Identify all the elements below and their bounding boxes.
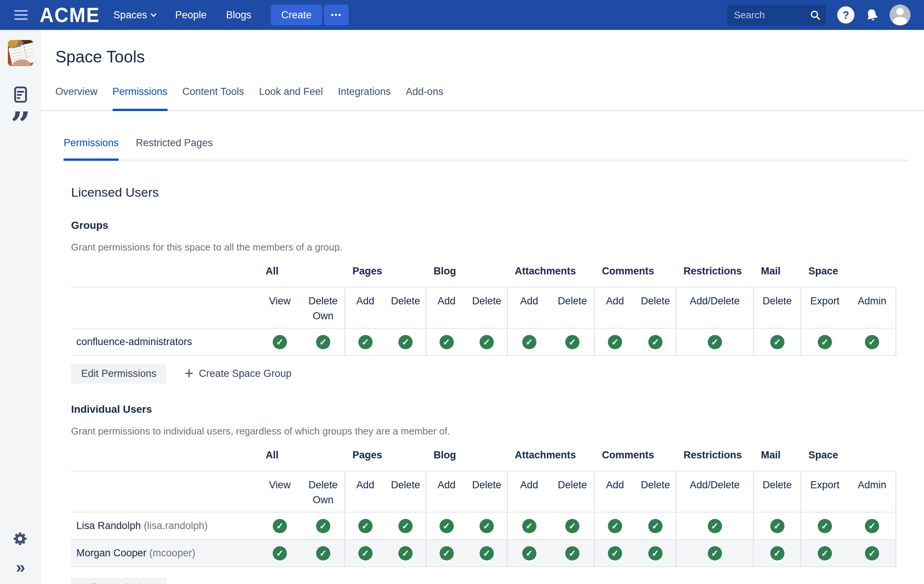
edit-group-permissions-button[interactable]: Edit Permissions	[71, 364, 167, 383]
column-header: Add	[594, 287, 635, 328]
search-icon	[810, 9, 821, 21]
column-group-header: Space	[801, 265, 896, 287]
column-header: Add	[345, 471, 385, 512]
individual-users-description: Grant permissions to individual users, r…	[71, 426, 924, 437]
column-group-header: Comments	[594, 265, 676, 287]
column-header: Delete Own	[302, 287, 345, 328]
permission-granted-icon: ✓	[770, 546, 784, 561]
menu-icon[interactable]	[14, 10, 28, 20]
brand-logo[interactable]: ACME	[40, 3, 100, 27]
permission-granted-icon: ✓	[398, 519, 412, 533]
pages-icon[interactable]	[0, 86, 41, 103]
column-group-header: Restrictions	[676, 449, 753, 471]
permission-granted-icon: ✓	[480, 546, 494, 561]
permission-granted-icon: ✓	[565, 546, 579, 561]
tab-add-ons[interactable]: Add-ons	[406, 86, 443, 110]
column-header: Add	[426, 287, 467, 328]
column-header: Delete	[467, 287, 507, 328]
groups-heading: Groups	[71, 219, 924, 232]
search-box[interactable]	[727, 5, 826, 25]
column-group-header: Mail	[753, 265, 801, 287]
help-icon[interactable]: ?	[837, 7, 855, 23]
topnav-item-spaces[interactable]: Spaces	[113, 9, 156, 21]
row-username: (lisa.randolph)	[141, 520, 208, 531]
column-group-header: Space	[801, 449, 896, 471]
column-header: Export	[801, 471, 848, 512]
permission-granted-icon: ✓	[818, 546, 832, 561]
column-group-header: Mail	[753, 449, 801, 471]
avatar[interactable]	[889, 5, 911, 25]
permission-granted-icon: ✓	[608, 335, 622, 349]
column-group-header: Attachments	[507, 265, 594, 287]
edit-user-permissions-button[interactable]: Edit Permissions	[71, 577, 167, 584]
row-username: (mcooper)	[147, 547, 196, 559]
column-header: Add/Delete	[676, 287, 753, 328]
permission-granted-icon: ✓	[648, 546, 663, 561]
permission-granted-icon: ✓	[398, 546, 412, 561]
tab-integrations[interactable]: Integrations	[338, 86, 391, 110]
permission-granted-icon: ✓	[440, 519, 454, 533]
permission-granted-icon: ✓	[708, 546, 722, 561]
permission-granted-icon: ✓	[440, 546, 454, 561]
top-nav: SpacesPeopleBlogs	[113, 9, 251, 21]
create-button[interactable]: Create	[271, 5, 322, 25]
row-label: Morgan Cooper (mcooper)	[71, 540, 258, 567]
more-button[interactable]: •••	[324, 5, 349, 25]
tab-permissions[interactable]: Permissions	[112, 86, 168, 111]
permission-granted-icon: ✓	[648, 519, 663, 533]
column-header: Admin	[848, 287, 896, 328]
column-header: Delete	[385, 287, 426, 328]
individual-users-heading: Individual Users	[71, 403, 924, 416]
search-input[interactable]	[734, 9, 810, 21]
column-header: Add	[507, 287, 551, 328]
column-header: Delete	[753, 471, 801, 512]
plus-icon: +	[185, 366, 194, 382]
subtab-permissions[interactable]: Permissions	[64, 137, 119, 161]
column-group-header: Attachments	[507, 449, 594, 471]
column-header: Delete	[635, 287, 676, 328]
permission-granted-icon: ✓	[770, 335, 784, 349]
subtab-restricted-pages[interactable]: Restricted Pages	[136, 137, 213, 160]
table-row: Lisa Randolph (lisa.randolph)✓✓✓✓✓✓✓✓✓✓✓…	[71, 512, 896, 540]
tab-overview[interactable]: Overview	[55, 86, 97, 110]
bell-icon[interactable]	[863, 7, 880, 23]
expand-icon[interactable]: »	[0, 559, 41, 576]
tab-content-tools[interactable]: Content Tools	[183, 86, 244, 110]
column-group-header: All	[258, 265, 345, 287]
column-group-header: Pages	[345, 265, 426, 287]
permission-granted-icon: ✓	[818, 335, 832, 349]
table-row: Morgan Cooper (mcooper)✓✓✓✓✓✓✓✓✓✓✓✓✓✓	[71, 540, 896, 567]
topnav-item-blogs[interactable]: Blogs	[226, 9, 251, 21]
topnav-item-people[interactable]: People	[175, 9, 206, 21]
permission-granted-icon: ✓	[480, 519, 494, 533]
permissions-table: AllPagesBlogAttachmentsCommentsRestricti…	[71, 265, 896, 356]
column-group-header: Comments	[594, 449, 676, 471]
permission-granted-icon: ✓	[608, 519, 622, 533]
create-space-group-link[interactable]: + Create Space Group	[185, 366, 291, 382]
quote-icon[interactable]: ”	[0, 112, 41, 138]
permissions-subtabs: PermissionsRestricted Pages	[64, 137, 909, 161]
column-header: Add	[507, 471, 551, 512]
page-title: Space Tools	[55, 47, 924, 67]
permission-granted-icon: ✓	[648, 335, 663, 349]
column-header: Delete	[385, 471, 426, 512]
top-navigation-bar: ACME SpacesPeopleBlogs Create ••• ?	[0, 0, 924, 30]
tab-look-and-feel[interactable]: Look and Feel	[259, 86, 323, 110]
space-sidebar: ” »	[0, 30, 41, 584]
permission-granted-icon: ✓	[708, 335, 722, 349]
permission-granted-icon: ✓	[865, 546, 879, 561]
space-logo[interactable]	[8, 40, 33, 66]
column-header: Add	[345, 287, 385, 328]
column-header: Delete	[551, 471, 594, 512]
permission-granted-icon: ✓	[398, 335, 412, 349]
column-header: View	[258, 287, 302, 328]
permission-granted-icon: ✓	[865, 335, 879, 349]
column-group-header: Blog	[426, 449, 507, 471]
permission-granted-icon: ✓	[358, 335, 373, 349]
column-group-header: All	[258, 449, 345, 471]
settings-icon[interactable]	[0, 531, 41, 546]
permission-granted-icon: ✓	[708, 519, 722, 533]
column-header: Delete	[551, 287, 594, 328]
permission-granted-icon: ✓	[273, 335, 287, 349]
permission-granted-icon: ✓	[316, 546, 330, 561]
